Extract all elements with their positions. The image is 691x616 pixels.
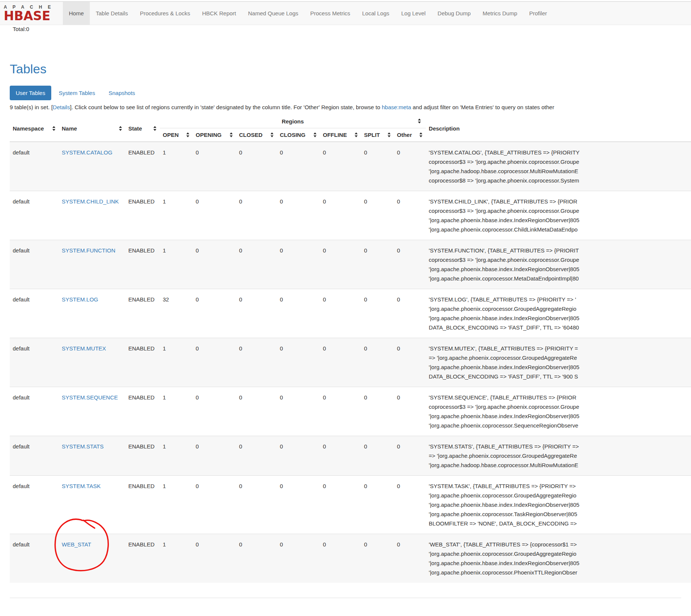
region-count-open[interactable]: 1: [160, 534, 193, 583]
sort-icon[interactable]: [419, 132, 423, 137]
sort-icon[interactable]: [186, 132, 190, 137]
nav-item-metrics-dump[interactable]: Metrics Dump: [477, 2, 523, 25]
table-name-link[interactable]: WEB_STAT: [62, 541, 91, 548]
region-count-other[interactable]: 0: [394, 289, 426, 338]
region-count-opening[interactable]: 0: [193, 436, 236, 476]
region-count-opening[interactable]: 0: [193, 476, 236, 534]
column-header-closed[interactable]: CLOSED: [236, 128, 277, 142]
region-count-offline[interactable]: 0: [320, 338, 361, 387]
column-header-description[interactable]: Description: [426, 115, 691, 142]
region-count-open[interactable]: 1: [160, 338, 193, 387]
nav-item-named-queue-logs[interactable]: Named Queue Logs: [242, 2, 304, 25]
hbase-logo[interactable]: A P A C H E HBASE: [0, 2, 63, 25]
region-count-open[interactable]: 32: [160, 289, 193, 338]
region-count-offline[interactable]: 0: [320, 142, 361, 191]
sort-icon[interactable]: [355, 132, 358, 137]
sort-icon[interactable]: [119, 126, 122, 131]
region-count-open[interactable]: 1: [160, 387, 193, 436]
column-header-open[interactable]: OPEN: [160, 128, 193, 142]
nav-item-procedures-locks[interactable]: Procedures & Locks: [134, 2, 196, 25]
region-count-opening[interactable]: 0: [193, 191, 236, 240]
region-count-closing[interactable]: 0: [277, 338, 320, 387]
region-count-closed[interactable]: 0: [236, 240, 277, 289]
region-count-open[interactable]: 1: [160, 436, 193, 476]
nav-item-hbck-report[interactable]: HBCK Report: [196, 2, 242, 25]
sort-icon[interactable]: [388, 132, 391, 137]
region-count-split[interactable]: 0: [361, 387, 394, 436]
region-count-opening[interactable]: 0: [193, 387, 236, 436]
region-count-open[interactable]: 1: [160, 142, 193, 191]
region-count-offline[interactable]: 0: [320, 436, 361, 476]
region-count-offline[interactable]: 0: [320, 191, 361, 240]
region-count-split[interactable]: 0: [361, 534, 394, 583]
region-count-other[interactable]: 0: [394, 142, 426, 191]
region-count-closed[interactable]: 0: [236, 436, 277, 476]
column-header-other[interactable]: Other: [394, 128, 426, 142]
region-count-split[interactable]: 0: [361, 436, 394, 476]
column-header-closing[interactable]: CLOSING: [277, 128, 320, 142]
region-count-split[interactable]: 0: [361, 289, 394, 338]
region-count-split[interactable]: 0: [361, 338, 394, 387]
region-count-offline[interactable]: 0: [320, 289, 361, 338]
nav-item-table-details[interactable]: Table Details: [90, 2, 134, 25]
region-count-closed[interactable]: 0: [236, 476, 277, 534]
region-count-closing[interactable]: 0: [277, 240, 320, 289]
sort-icon[interactable]: [270, 132, 274, 137]
region-count-other[interactable]: 0: [394, 476, 426, 534]
region-count-closed[interactable]: 0: [236, 534, 277, 583]
column-header-split[interactable]: SPLIT: [361, 128, 394, 142]
column-header-regions[interactable]: Regions: [160, 115, 426, 128]
region-count-closing[interactable]: 0: [277, 191, 320, 240]
region-count-closing[interactable]: 0: [277, 142, 320, 191]
region-count-closed[interactable]: 0: [236, 387, 277, 436]
column-header-namespace[interactable]: Namespace: [10, 115, 59, 142]
region-count-split[interactable]: 0: [361, 240, 394, 289]
column-header-offline[interactable]: OFFLINE: [320, 128, 361, 142]
sort-icon[interactable]: [418, 119, 421, 123]
details-link[interactable]: Details: [53, 104, 70, 110]
column-header-name[interactable]: Name: [59, 115, 125, 142]
sort-icon[interactable]: [153, 126, 157, 131]
hbase-meta-link[interactable]: hbase:meta: [382, 104, 411, 110]
table-name-link[interactable]: SYSTEM.CATALOG: [62, 149, 112, 156]
tab-user-tables[interactable]: User Tables: [10, 86, 51, 100]
table-name-link[interactable]: SYSTEM.STATS: [62, 443, 104, 450]
region-count-closing[interactable]: 0: [277, 387, 320, 436]
region-count-closing[interactable]: 0: [277, 476, 320, 534]
sort-icon[interactable]: [52, 126, 56, 131]
column-header-opening[interactable]: OPENING: [193, 128, 236, 142]
sort-icon[interactable]: [230, 132, 233, 137]
table-name-link[interactable]: SYSTEM.SEQUENCE: [62, 394, 118, 401]
region-count-other[interactable]: 0: [394, 436, 426, 476]
region-count-opening[interactable]: 0: [193, 338, 236, 387]
region-count-closed[interactable]: 0: [236, 142, 277, 191]
table-name-link[interactable]: SYSTEM.CHILD_LINK: [62, 198, 119, 205]
sort-icon[interactable]: [314, 132, 317, 137]
table-name-link[interactable]: SYSTEM.LOG: [62, 296, 98, 303]
nav-item-debug-dump[interactable]: Debug Dump: [432, 2, 477, 25]
nav-item-home[interactable]: Home: [63, 2, 90, 25]
region-count-open[interactable]: 1: [160, 191, 193, 240]
tab-snapshots[interactable]: Snapshots: [103, 86, 141, 100]
table-name-link[interactable]: SYSTEM.TASK: [62, 483, 101, 489]
region-count-opening[interactable]: 0: [193, 289, 236, 338]
region-count-closing[interactable]: 0: [277, 289, 320, 338]
region-count-other[interactable]: 0: [394, 534, 426, 583]
region-count-offline[interactable]: 0: [320, 534, 361, 583]
region-count-closed[interactable]: 0: [236, 191, 277, 240]
region-count-closing[interactable]: 0: [277, 534, 320, 583]
region-count-opening[interactable]: 0: [193, 534, 236, 583]
region-count-split[interactable]: 0: [361, 191, 394, 240]
region-count-split[interactable]: 0: [361, 476, 394, 534]
region-count-offline[interactable]: 0: [320, 240, 361, 289]
region-count-other[interactable]: 0: [394, 387, 426, 436]
tab-system-tables[interactable]: System Tables: [53, 86, 101, 100]
table-name-link[interactable]: SYSTEM.FUNCTION: [62, 247, 115, 254]
region-count-closing[interactable]: 0: [277, 436, 320, 476]
region-count-offline[interactable]: 0: [320, 476, 361, 534]
region-count-closed[interactable]: 0: [236, 338, 277, 387]
region-count-split[interactable]: 0: [361, 142, 394, 191]
nav-item-local-logs[interactable]: Local Logs: [356, 2, 395, 25]
nav-item-log-level[interactable]: Log Level: [395, 2, 432, 25]
table-name-link[interactable]: SYSTEM.MUTEX: [62, 345, 106, 352]
